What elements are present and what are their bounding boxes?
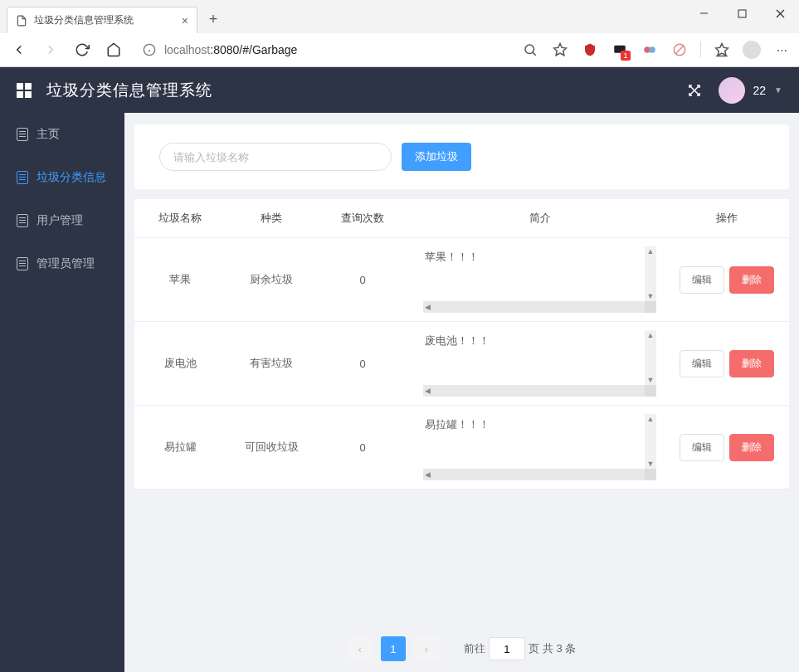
intro-scrollbox[interactable]: 苹果！！！▲▼◀▶	[423, 246, 656, 313]
address-bar: localhost:8080/#/Garbage ⋯	[0, 33, 799, 66]
separator	[700, 41, 701, 58]
info-icon[interactable]	[143, 43, 156, 56]
user-name: 22	[753, 84, 767, 97]
user-avatar-icon	[719, 77, 745, 104]
main-scroll[interactable]: 添加垃圾 垃圾名称 种类 查询次数 简介 操作 苹果厨余垃圾0苹果！！！▲▼◀▶…	[124, 113, 799, 625]
add-garbage-button[interactable]: 添加垃圾	[402, 143, 471, 171]
vertical-scrollbar[interactable]: ▲▼	[645, 246, 656, 301]
extension-shield-icon[interactable]	[581, 41, 599, 59]
delete-button[interactable]: 删除	[729, 434, 774, 461]
search-page-icon[interactable]	[521, 41, 539, 59]
col-count: 查询次数	[317, 199, 408, 238]
document-icon	[17, 128, 28, 141]
scroll-left-icon[interactable]: ◀	[423, 387, 432, 395]
intro-scrollbox[interactable]: 易拉罐！！！▲▼◀▶	[423, 414, 656, 480]
pagination: ‹ 1 › 前往 页 共 3 条	[124, 625, 799, 672]
url-field[interactable]: localhost:8080/#/Garbage	[134, 37, 511, 62]
close-icon[interactable]: ×	[182, 14, 188, 27]
cell-count: 0	[317, 322, 408, 406]
cell-count: 0	[317, 406, 408, 489]
delete-button[interactable]: 删除	[729, 266, 774, 294]
minimize-button[interactable]	[685, 0, 723, 27]
sidebar-item-home[interactable]: 主页	[0, 113, 124, 156]
app-menu-icon[interactable]	[17, 83, 32, 98]
svg-marker-15	[716, 44, 728, 56]
scroll-up-icon[interactable]: ▲	[646, 330, 655, 340]
table-row: 废电池有害垃圾0废电池！！！▲▼◀▶编辑删除	[134, 322, 789, 406]
page-icon	[16, 15, 27, 27]
sidebar-item-label: 用户管理	[37, 213, 83, 228]
app-title: 垃圾分类信息管理系统	[46, 80, 212, 101]
app-header: 垃圾分类信息管理系统 22 ▼	[0, 67, 799, 113]
search-panel: 添加垃圾	[134, 124, 789, 189]
scroll-down-icon[interactable]: ▼	[646, 375, 655, 385]
document-icon	[17, 171, 28, 184]
total-text: 共 3 条	[543, 641, 576, 656]
table-header-row: 垃圾名称 种类 查询次数 简介 操作	[134, 199, 789, 238]
scroll-left-icon[interactable]: ◀	[423, 470, 432, 479]
user-menu[interactable]: 22 ▼	[719, 77, 782, 104]
svg-rect-10	[614, 46, 626, 53]
profile-avatar-icon[interactable]	[743, 41, 761, 59]
new-tab-button[interactable]: +	[201, 7, 226, 32]
scroll-down-icon[interactable]: ▼	[646, 459, 655, 469]
svg-line-8	[533, 52, 536, 56]
cell-type: 有害垃圾	[226, 322, 317, 406]
sidebar-item-label: 主页	[37, 127, 60, 142]
intro-scrollbox[interactable]: 废电池！！！▲▼◀▶	[423, 330, 656, 397]
extension-block-icon[interactable]	[670, 41, 689, 59]
scroll-left-icon[interactable]: ◀	[423, 303, 432, 311]
url-text: localhost:8080/#/Garbage	[164, 43, 297, 56]
cell-actions: 编辑删除	[665, 406, 789, 489]
favorite-icon[interactable]	[551, 41, 569, 59]
document-icon	[17, 257, 28, 270]
maximize-button[interactable]	[723, 0, 761, 27]
edit-button[interactable]: 编辑	[680, 434, 724, 461]
horizontal-scrollbar[interactable]: ◀▶	[423, 469, 656, 480]
sidebar-item-users[interactable]: 用户管理	[0, 199, 124, 242]
prev-page-button[interactable]: ‹	[348, 636, 373, 661]
svg-marker-9	[554, 44, 567, 56]
scroll-up-icon[interactable]: ▲	[646, 414, 655, 424]
svg-point-12	[649, 46, 655, 53]
sidebar-item-label: 垃圾分类信息	[37, 170, 106, 185]
extension-monitor-icon[interactable]	[611, 41, 629, 59]
cell-name: 苹果	[134, 238, 226, 322]
favorites-bar-icon[interactable]	[713, 41, 731, 59]
main-content: 添加垃圾 垃圾名称 种类 查询次数 简介 操作 苹果厨余垃圾0苹果！！！▲▼◀▶…	[124, 113, 799, 672]
close-window-button[interactable]	[761, 0, 799, 27]
scroll-corner	[645, 385, 656, 397]
col-type: 种类	[226, 199, 317, 238]
next-page-button[interactable]: ›	[414, 636, 439, 661]
horizontal-scrollbar[interactable]: ◀▶	[423, 385, 656, 397]
more-icon[interactable]: ⋯	[772, 41, 791, 59]
scroll-up-icon[interactable]: ▲	[646, 246, 655, 256]
delete-button[interactable]: 删除	[729, 350, 774, 377]
back-button[interactable]	[8, 39, 30, 61]
forward-button[interactable]	[40, 39, 61, 61]
cell-type: 厨余垃圾	[226, 238, 317, 322]
extension-owl-icon[interactable]	[641, 41, 659, 59]
sidebar-item-garbage[interactable]: 垃圾分类信息	[0, 156, 124, 199]
edit-button[interactable]: 编辑	[680, 350, 724, 377]
vertical-scrollbar[interactable]: ▲▼	[645, 414, 656, 469]
fullscreen-icon[interactable]	[687, 83, 702, 98]
page-number-button[interactable]: 1	[381, 636, 406, 661]
search-input[interactable]	[159, 143, 392, 171]
cell-intro: 废电池！！！▲▼◀▶	[408, 322, 665, 406]
tab-bar: 垃圾分类信息管理系统 × +	[0, 0, 799, 33]
home-button[interactable]	[103, 39, 124, 61]
scroll-down-icon[interactable]: ▼	[646, 291, 655, 301]
cell-intro: 苹果！！！▲▼◀▶	[408, 238, 665, 322]
horizontal-scrollbar[interactable]: ◀▶	[423, 301, 656, 313]
table-row: 易拉罐可回收垃圾0易拉罐！！！▲▼◀▶编辑删除	[134, 406, 789, 489]
browser-tab[interactable]: 垃圾分类信息管理系统 ×	[7, 7, 197, 33]
chevron-down-icon: ▼	[774, 85, 782, 95]
vertical-scrollbar[interactable]: ▲▼	[645, 330, 656, 385]
sidebar-item-admins[interactable]: 管理员管理	[0, 242, 124, 285]
cell-name: 易拉罐	[134, 406, 226, 489]
garbage-table: 垃圾名称 种类 查询次数 简介 操作 苹果厨余垃圾0苹果！！！▲▼◀▶编辑删除废…	[134, 199, 789, 489]
edit-button[interactable]: 编辑	[680, 266, 724, 294]
goto-page-input[interactable]	[489, 637, 525, 660]
refresh-button[interactable]	[71, 39, 93, 61]
